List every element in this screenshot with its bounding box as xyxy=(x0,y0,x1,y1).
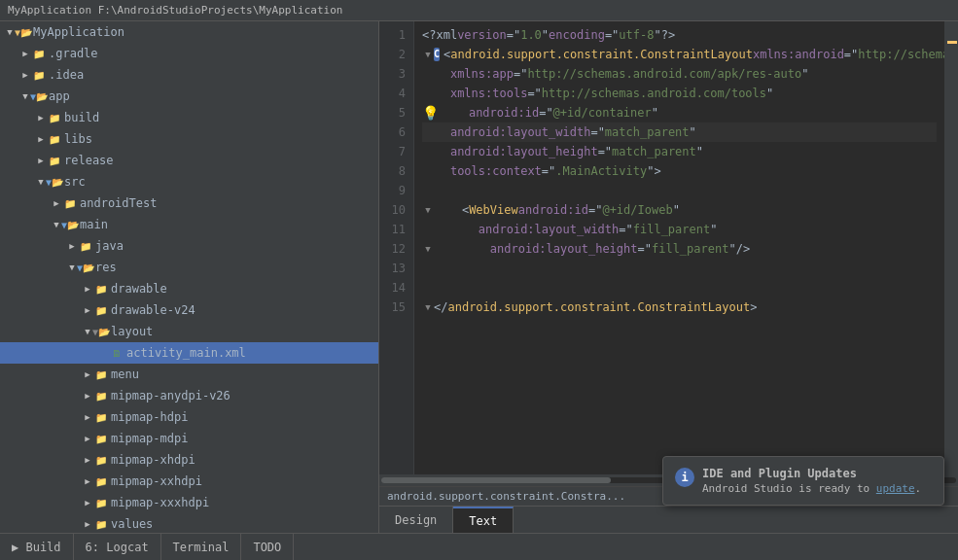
notification-title: IDE and Plugin Updates xyxy=(702,467,932,480)
chevron-icon: ▶ xyxy=(82,518,93,530)
folder-icon: 📁 xyxy=(93,281,109,297)
editor-tab-text[interactable]: Text xyxy=(453,507,514,533)
bottom-tab-▶build[interactable]: ▶ Build xyxy=(0,534,74,560)
notification-body: Android Studio is ready to update. xyxy=(702,482,932,495)
folder-icon: 📁 xyxy=(93,495,109,510)
line-number-4: 4 xyxy=(379,84,409,103)
code-line-9 xyxy=(422,181,937,200)
line-number-2: 2 xyxy=(379,45,409,64)
line-number-8: 8 xyxy=(379,161,409,181)
collapse-arrow-4[interactable]: ▼ xyxy=(422,301,434,313)
sidebar-item-mipmap-anydpi-v26[interactable]: ▶📁mipmap-anydpi-v26 xyxy=(0,385,378,406)
folder-icon: 📁 xyxy=(62,195,78,211)
title-bar-title: MyApplication F:\AndroidStudioProjects\M… xyxy=(8,4,342,17)
bottom-tab-6:logcat[interactable]: 6: Logcat xyxy=(74,534,161,560)
folder-icon: 📁 xyxy=(93,431,109,446)
folder-icon: 📁 xyxy=(93,516,109,532)
sidebar-item-app[interactable]: ▼▼📂app xyxy=(0,86,378,107)
folder-icon: ▼📂 xyxy=(47,174,62,190)
tree-item-label: values xyxy=(111,517,153,531)
chevron-icon: ▶ xyxy=(66,240,78,252)
code-line-8: tools:context=".MainActivity"> xyxy=(422,161,937,181)
chevron-icon: ▶ xyxy=(19,48,31,59)
tree-item-label: drawable-v24 xyxy=(111,303,195,317)
tree-item-label: mipmap-xxxhdpi xyxy=(111,496,209,509)
sidebar-item-build[interactable]: ▶📁build xyxy=(0,107,378,128)
editor-bottom-tabs: DesignText xyxy=(379,506,958,533)
chevron-icon: ▶ xyxy=(82,304,93,316)
sidebar-item-mipmap-mdpi[interactable]: ▶📁mipmap-mdpi xyxy=(0,428,378,449)
tree-item-label: res xyxy=(95,261,117,274)
notification-text: IDE and Plugin Updates Android Studio is… xyxy=(702,467,932,495)
code-area[interactable]: <?xml version="1.0" encoding="utf-8"?>▼C… xyxy=(414,21,944,474)
bottom-tab-terminal[interactable]: Terminal xyxy=(161,534,242,560)
sidebar-item-java[interactable]: ▶📁java xyxy=(0,235,378,257)
folder-icon: 📁 xyxy=(31,46,47,61)
code-line-12: ▼ android:layout_height="fill_parent" /> xyxy=(422,239,937,259)
sidebar-item-androidTest[interactable]: ▶📁androidTest xyxy=(0,192,378,214)
code-line-7: android:layout_height="match_parent" xyxy=(422,142,937,161)
scrollbar-gutter[interactable] xyxy=(944,21,958,474)
code-line-10: ▼ <WebView android:id="@+id/Ioweb" xyxy=(422,200,937,220)
tree-item-label: .gradle xyxy=(49,47,98,60)
editor-tab-design[interactable]: Design xyxy=(379,507,453,533)
sidebar-item-layout[interactable]: ▼▼📂layout xyxy=(0,321,378,342)
notification-link[interactable]: update xyxy=(876,482,915,495)
sidebar-item-mipmap-xxhdpi[interactable]: ▶📁mipmap-xxhdpi xyxy=(0,471,378,492)
line-number-3: 3 xyxy=(379,64,409,84)
code-line-13 xyxy=(422,259,937,278)
folder-icon: 📁 xyxy=(93,452,109,468)
chevron-icon: ▶ xyxy=(82,497,93,508)
collapse-arrow-2[interactable]: ▼ xyxy=(422,204,434,216)
collapse-arrow-3[interactable]: ▼ xyxy=(422,243,434,255)
folder-icon: ▼📂 xyxy=(31,88,47,104)
notification-body-text: Android Studio is ready to xyxy=(702,482,876,495)
folder-icon: 📁 xyxy=(47,110,62,125)
sidebar-item-main[interactable]: ▼▼📂main xyxy=(0,214,378,235)
notification-popup: i IDE and Plugin Updates Android Studio … xyxy=(662,456,944,506)
collapse-arrow[interactable]: ▼ xyxy=(422,49,434,60)
chevron-icon: ▶ xyxy=(35,133,47,145)
code-line-5: 💡 android:id="@+id/container" xyxy=(422,103,937,122)
sidebar-item-activity_main[interactable]: 🗎activity_main.xml xyxy=(0,342,378,364)
sidebar-item-src[interactable]: ▼▼📂src xyxy=(0,171,378,192)
tree-item-label: libs xyxy=(64,132,92,146)
tree-item-label: menu xyxy=(111,368,139,381)
status-text: android.support.constraint.Constra... xyxy=(387,490,625,503)
sidebar-item-mipmap-xxxhdpi[interactable]: ▶📁mipmap-xxxhdpi xyxy=(0,492,378,513)
sidebar: ▼▼📂MyApplication▶📁.gradle▶📁.idea▼▼📂app▶📁… xyxy=(0,21,379,533)
chevron-icon: ▶ xyxy=(82,390,93,402)
tree-item-label: main xyxy=(80,218,108,231)
sidebar-item-release[interactable]: ▶📁release xyxy=(0,150,378,171)
tree-item-label: drawable xyxy=(111,282,167,296)
chevron-icon: ▶ xyxy=(82,283,93,295)
line-number-12: 12 xyxy=(379,239,409,259)
sidebar-item-idea[interactable]: ▶📁.idea xyxy=(0,64,378,86)
bottom-tab-todo[interactable]: TODO xyxy=(241,534,294,560)
sidebar-item-mipmap-hdpi[interactable]: ▶📁mipmap-hdpi xyxy=(0,406,378,428)
line-number-1: 1 xyxy=(379,25,409,45)
scrollbar-yellow-mark xyxy=(947,41,957,44)
sidebar-item-res[interactable]: ▼▼📂res xyxy=(0,257,378,278)
sidebar-item-mipmap-xhdpi[interactable]: ▶📁mipmap-xhdpi xyxy=(0,449,378,471)
sidebar-item-gradle[interactable]: ▶📁.gradle xyxy=(0,43,378,64)
tree-item-label: build xyxy=(64,111,99,124)
tree-item-label: mipmap-hdpi xyxy=(111,410,188,424)
folder-icon: 📁 xyxy=(47,131,62,147)
sidebar-item-libs[interactable]: ▶📁libs xyxy=(0,128,378,150)
tree-item-label: mipmap-xhdpi xyxy=(111,453,195,467)
code-line-3: xmlns:app="http://schemas.android.com/ap… xyxy=(422,64,937,84)
folder-icon: 📁 xyxy=(93,388,109,403)
sidebar-item-values[interactable]: ▶📁values xyxy=(0,513,378,533)
sidebar-item-drawable[interactable]: ▶📁drawable xyxy=(0,278,378,299)
sidebar-item-drawable-v24[interactable]: ▶📁drawable-v24 xyxy=(0,299,378,321)
code-line-11: android:layout_width="fill_parent" xyxy=(422,220,937,239)
tree-item-label: layout xyxy=(111,325,153,338)
bottom-bar: ▶ Build6: LogcatTerminalTODO xyxy=(0,533,958,560)
chevron-icon: ▶ xyxy=(35,155,47,166)
line-number-14: 14 xyxy=(379,278,409,298)
tree-item-label: androidTest xyxy=(80,196,157,210)
sidebar-item-menu[interactable]: ▶📁menu xyxy=(0,364,378,385)
line-number-10: 10 xyxy=(379,200,409,220)
sidebar-item-myapplication[interactable]: ▼▼📂MyApplication xyxy=(0,21,378,43)
